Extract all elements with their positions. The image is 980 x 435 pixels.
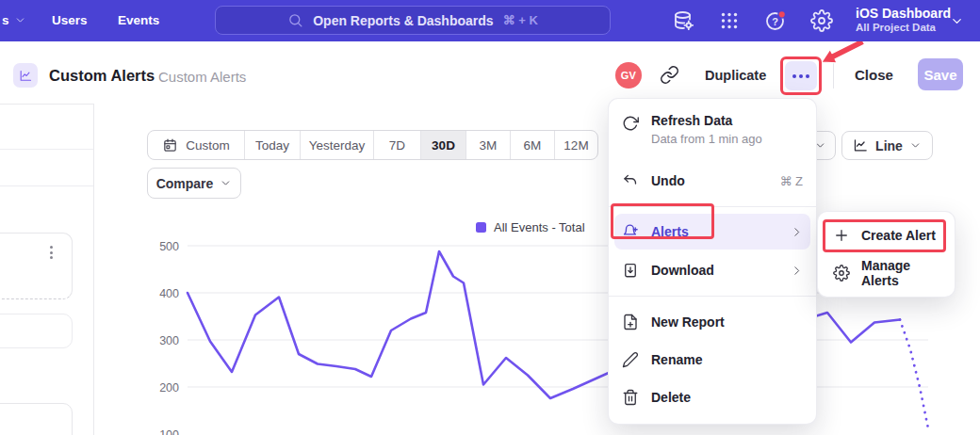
search-placeholder: Open Reports & Dashboards	[313, 13, 493, 28]
global-search[interactable]: Open Reports & Dashboards ⌘ + K	[215, 6, 611, 35]
chevron-down-icon	[220, 177, 232, 189]
menu-item-label: Refresh Data	[651, 113, 732, 128]
duplicate-button[interactable]: Duplicate	[705, 68, 766, 83]
sidebar-card[interactable]	[0, 403, 73, 435]
date-range-30d-selected[interactable]: 30D	[420, 131, 466, 159]
date-range-6m[interactable]: 6M	[510, 131, 554, 159]
date-range-custom[interactable]: Custom	[148, 131, 244, 159]
menu-item-delete[interactable]: Delete	[609, 379, 816, 416]
kebab-menu-icon[interactable]	[47, 243, 56, 262]
sidebar-card[interactable]	[0, 314, 73, 348]
gear-icon	[833, 265, 850, 282]
date-range-label: Custom	[186, 138, 230, 153]
menu-item-label: New Report	[651, 314, 803, 330]
trash-icon	[622, 389, 639, 406]
legend-label: All Events - Total	[494, 220, 585, 234]
sidebar-divider	[93, 104, 94, 435]
refresh-icon	[622, 115, 639, 132]
pencil-icon	[622, 351, 639, 368]
menu-item-label: Undo	[651, 173, 767, 188]
search-shortcut: ⌘ + K	[503, 13, 538, 27]
date-range-picker: Custom Today Yesterday 7D 30D 3M 6M 12M	[147, 130, 598, 160]
download-icon	[622, 262, 639, 279]
date-range-today[interactable]: Today	[244, 131, 300, 159]
chevron-down-icon	[14, 14, 26, 26]
copy-link-icon[interactable]	[660, 65, 679, 85]
svg-text:100: 100	[159, 428, 179, 435]
breadcrumb: Custom Alerts	[158, 69, 246, 85]
svg-text:300: 300	[159, 334, 179, 347]
save-button[interactable]: Save	[918, 58, 963, 90]
chevron-right-icon	[791, 226, 803, 238]
menu-item-new-report[interactable]: New Report	[609, 303, 816, 341]
svg-text:400: 400	[159, 287, 179, 300]
more-options-button[interactable]	[785, 61, 817, 90]
svg-text:200: 200	[159, 381, 179, 395]
chart-type-label: Line	[875, 138, 903, 153]
menu-item-undo[interactable]: Undo ⌘ Z	[609, 162, 816, 200]
menu-item-label: Download	[651, 263, 778, 278]
notification-dot	[778, 11, 786, 19]
chart-legend: All Events - Total	[476, 220, 585, 234]
ellipsis-icon	[792, 74, 796, 78]
nav-item-partial[interactable]: s	[2, 13, 26, 27]
chart-type-button[interactable]: Line	[841, 131, 933, 160]
chart-line-dotted	[900, 320, 928, 429]
menu-item-refresh-data[interactable]: Refresh Data Data from 1 min ago	[609, 105, 816, 162]
compare-button[interactable]: Compare	[147, 168, 241, 199]
chevron-down-icon	[950, 14, 964, 28]
date-range-yesterday[interactable]: Yesterday	[300, 131, 373, 159]
file-plus-icon	[622, 314, 639, 330]
undo-icon	[622, 172, 639, 189]
avatar[interactable]: GV	[615, 62, 642, 89]
svg-text:?: ?	[772, 16, 778, 27]
create-alert-menu-item[interactable]: Create Alert	[818, 217, 955, 254]
compare-label: Compare	[156, 176, 214, 191]
legend-swatch	[476, 222, 486, 233]
context-menu: Refresh Data Data from 1 min ago Undo ⌘ …	[609, 99, 816, 424]
nav-item-label: s	[2, 13, 9, 27]
date-range-7d[interactable]: 7D	[373, 131, 420, 159]
report-icon	[13, 63, 38, 88]
sidebar-row-divider	[0, 149, 93, 150]
undo-shortcut: ⌘ Z	[779, 174, 803, 188]
svg-text:500: 500	[159, 240, 179, 253]
manage-alerts-menu-item[interactable]: Manage Alerts	[818, 254, 955, 292]
project-title: iOS Dashboard	[856, 7, 951, 21]
bell-plus-icon	[622, 223, 639, 240]
close-button[interactable]: Close	[855, 67, 893, 83]
menu-item-label: Manage Alerts	[861, 258, 939, 288]
calendar-icon	[162, 137, 178, 153]
menu-item-download[interactable]: Download	[609, 251, 816, 289]
nav-item-users[interactable]: Users	[52, 13, 88, 27]
project-subtitle: All Project Data	[856, 22, 951, 34]
report-header: Custom Alerts Custom Alerts GV Duplicate…	[0, 41, 980, 104]
menu-divider	[609, 296, 816, 297]
plus-icon	[833, 227, 850, 244]
menu-item-label: Rename	[651, 352, 803, 367]
help-icon[interactable]: ?	[764, 9, 787, 32]
alerts-submenu: Create Alert Manage Alerts	[818, 212, 955, 297]
sidebar-row-divider	[0, 185, 93, 186]
project-switcher[interactable]: iOS Dashboard All Project Data	[856, 7, 951, 34]
menu-item-label: Delete	[651, 390, 803, 405]
alerts-menu-item[interactable]: Alerts	[614, 214, 810, 250]
nav-item-events[interactable]: Events	[118, 13, 159, 27]
chevron-right-icon	[791, 265, 803, 277]
menu-divider	[609, 206, 816, 207]
menu-item-label: Alerts	[651, 224, 778, 239]
data-integrations-icon[interactable]	[672, 9, 694, 32]
sidebar-top-border	[0, 104, 93, 105]
apps-grid-icon[interactable]	[718, 9, 741, 32]
date-range-12m[interactable]: 12M	[554, 131, 597, 159]
page-title: Custom Alerts	[49, 67, 155, 85]
settings-icon[interactable]	[810, 9, 833, 32]
menu-item-label: Create Alert	[861, 228, 939, 243]
date-range-3m[interactable]: 3M	[466, 131, 510, 159]
refresh-status-text: Data from 1 min ago	[651, 132, 803, 146]
menu-item-rename[interactable]: Rename	[609, 341, 816, 379]
search-icon	[287, 12, 303, 28]
line-chart-icon	[853, 137, 869, 153]
sidebar-card[interactable]	[0, 233, 73, 299]
header-divider	[833, 62, 834, 89]
